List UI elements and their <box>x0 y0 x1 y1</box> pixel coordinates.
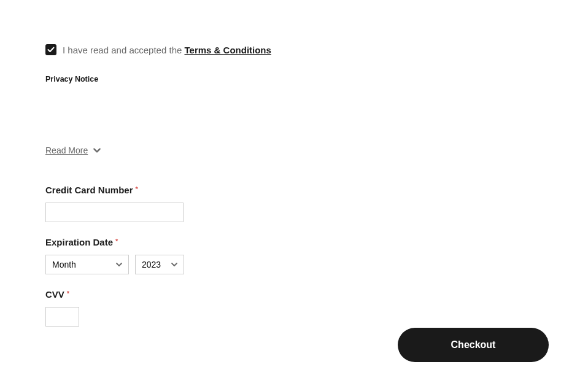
check-icon <box>47 46 55 53</box>
terms-checkbox[interactable] <box>45 44 56 55</box>
expiration-label-text: Expiration Date <box>45 237 113 247</box>
terms-row: I have read and accepted the Terms & Con… <box>45 44 543 55</box>
terms-text: I have read and accepted the Terms & Con… <box>63 45 271 55</box>
credit-card-field: Credit Card Number* <box>45 185 543 222</box>
expiration-month-select[interactable]: Month <box>45 255 129 274</box>
year-select-wrap: 2023 <box>135 255 184 274</box>
terms-conditions-link[interactable]: Terms & Conditions <box>184 45 271 55</box>
read-more-label: Read More <box>45 145 88 155</box>
required-indicator: * <box>136 185 138 193</box>
required-indicator: * <box>115 238 118 245</box>
credit-card-label-text: Credit Card Number <box>45 185 133 195</box>
month-select-wrap: Month <box>45 255 129 274</box>
privacy-notice-heading: Privacy Notice <box>45 75 543 83</box>
checkout-button[interactable]: Checkout <box>398 328 549 362</box>
cvv-label: CVV* <box>45 289 543 300</box>
read-more-toggle[interactable]: Read More <box>45 145 101 155</box>
expiration-label: Expiration Date* <box>45 237 543 247</box>
credit-card-input[interactable] <box>45 203 184 222</box>
credit-card-label: Credit Card Number* <box>45 185 543 195</box>
cvv-field: CVV* <box>45 289 543 327</box>
chevron-down-icon <box>93 146 101 155</box>
required-indicator: * <box>67 290 69 297</box>
expiration-field: Expiration Date* Month 2023 <box>45 237 543 274</box>
cvv-input[interactable] <box>45 307 79 327</box>
terms-prefix: I have read and accepted the <box>63 45 184 55</box>
cvv-label-text: CVV <box>45 289 64 300</box>
expiration-year-select[interactable]: 2023 <box>135 255 184 274</box>
